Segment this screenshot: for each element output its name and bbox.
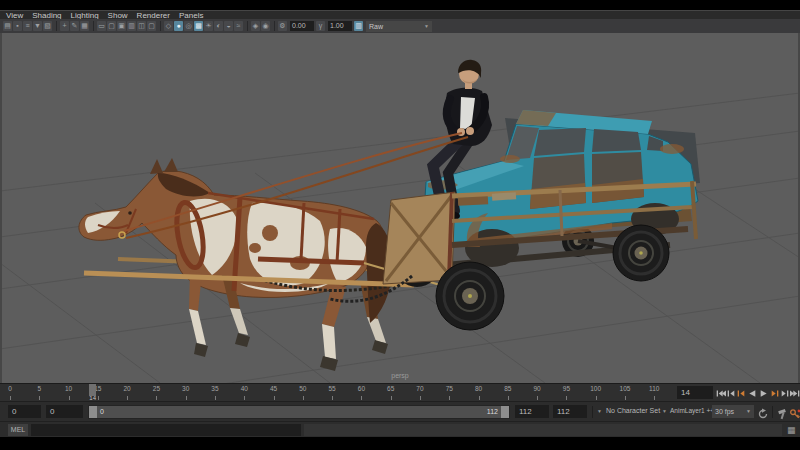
maya-window: ViewShadingLightingShowRendererPanels ▤▪… bbox=[0, 0, 800, 450]
shadows-icon[interactable]: ◐ bbox=[214, 21, 223, 31]
timeline-tick-label: 100 bbox=[590, 385, 601, 392]
gamma-icon[interactable]: γ bbox=[316, 21, 325, 31]
toolbar-separator bbox=[93, 21, 94, 31]
gamma-field[interactable]: 1.00 bbox=[328, 21, 352, 31]
step-back-key-button[interactable] bbox=[737, 387, 747, 400]
safe-title-icon[interactable]: ▢ bbox=[147, 21, 156, 31]
film-gate-icon[interactable]: ▭ bbox=[97, 21, 106, 31]
use-all-lights-icon[interactable]: ☀ bbox=[204, 21, 213, 31]
motion-blur-icon[interactable]: ≈ bbox=[234, 21, 243, 31]
go-to-end-button[interactable] bbox=[790, 387, 800, 400]
range-end-handle[interactable] bbox=[501, 406, 509, 418]
viewport-scene bbox=[0, 33, 800, 383]
step-forward-key-button[interactable] bbox=[769, 387, 779, 400]
exposure-icon[interactable]: ⚙ bbox=[278, 21, 287, 31]
fps-dropdown[interactable]: 30 fps ▼ bbox=[712, 405, 754, 418]
go-to-start-button[interactable] bbox=[716, 387, 726, 400]
current-frame-field[interactable]: 14 bbox=[677, 386, 713, 399]
timeline-tick-label: 85 bbox=[504, 385, 511, 392]
range-start-handle[interactable] bbox=[89, 406, 97, 418]
2d-pan-zoom-icon[interactable]: + bbox=[60, 21, 69, 31]
smooth-shade-icon[interactable]: ● bbox=[174, 21, 183, 31]
toolbar-separator bbox=[160, 21, 161, 31]
field-chart-icon[interactable]: ▥ bbox=[127, 21, 136, 31]
select-camera-icon[interactable]: ▤ bbox=[3, 21, 12, 31]
chevron-down-icon: ▼ bbox=[746, 405, 751, 418]
grid-icon[interactable]: ▦ bbox=[80, 21, 89, 31]
wireframe-on-shaded-icon[interactable]: ◎ bbox=[184, 21, 193, 31]
toolbar-separator bbox=[247, 21, 248, 31]
wireframe-icon[interactable]: ◇ bbox=[164, 21, 173, 31]
timeline-tick-label: 25 bbox=[153, 385, 160, 392]
camera-label: persp bbox=[2, 372, 798, 379]
panel-menu-bar: ViewShadingLightingShowRendererPanels bbox=[0, 10, 800, 19]
play-backwards-button[interactable] bbox=[748, 387, 758, 400]
character-set-label[interactable]: No Character Set bbox=[606, 407, 660, 414]
play-forwards-button[interactable] bbox=[758, 387, 768, 400]
timeline-tick-mark bbox=[332, 396, 333, 400]
image-plane-icon[interactable]: ▧ bbox=[43, 21, 52, 31]
lock-camera-icon[interactable]: ▪ bbox=[13, 21, 22, 31]
bookmarks-icon[interactable]: ▼ bbox=[33, 21, 42, 31]
command-line-results[interactable] bbox=[304, 424, 782, 436]
command-line-input[interactable] bbox=[31, 424, 301, 436]
timeline-tick-mark bbox=[420, 396, 421, 400]
animation-start-field[interactable]: 0 bbox=[8, 405, 41, 418]
timeline-tick-label: 65 bbox=[387, 385, 394, 392]
timeline-tick-mark bbox=[654, 396, 655, 400]
screen-space-ao-icon[interactable]: ◒ bbox=[224, 21, 233, 31]
exposure-field[interactable]: 0.00 bbox=[290, 21, 314, 31]
timeline-tick-label: 30 bbox=[182, 385, 189, 392]
timeline-tick-mark bbox=[39, 396, 40, 400]
step-back-frame-button[interactable] bbox=[727, 387, 737, 400]
timeline-tick-label: 40 bbox=[241, 385, 248, 392]
grease-pencil-icon[interactable]: ✎ bbox=[70, 21, 79, 31]
playback-controls bbox=[716, 386, 800, 400]
timeline-tick-mark bbox=[69, 396, 70, 400]
range-start-label: 0 bbox=[100, 406, 104, 418]
timeline-tick-mark bbox=[10, 396, 11, 400]
character-set-menu-icon[interactable]: ▼ bbox=[597, 408, 602, 414]
timeline-tick-label: 75 bbox=[446, 385, 453, 392]
playback-start-field[interactable]: 0 bbox=[46, 405, 83, 418]
timeline-tick-mark bbox=[274, 396, 275, 400]
timeline-tick-label: 70 bbox=[416, 385, 423, 392]
viewport[interactable]: persp bbox=[0, 33, 800, 383]
resolution-gate-icon[interactable]: ▢ bbox=[107, 21, 116, 31]
command-line-mode-button[interactable]: MEL bbox=[8, 424, 28, 436]
range-slider[interactable]: 0 112 bbox=[88, 405, 510, 419]
safe-action-icon[interactable]: ◫ bbox=[137, 21, 146, 31]
chevron-down-icon: ▼ bbox=[424, 21, 429, 32]
isolate-select-icon[interactable]: ◉ bbox=[261, 21, 270, 31]
timeline-tick-mark bbox=[508, 396, 509, 400]
timeline-tick-label: 110 bbox=[649, 385, 659, 392]
time-slider[interactable]: 0510152025303540455055606570758085909510… bbox=[0, 383, 800, 401]
gate-mask-icon[interactable]: ▣ bbox=[117, 21, 126, 31]
range-end-label: 112 bbox=[487, 406, 498, 418]
xray-icon[interactable]: ◈ bbox=[251, 21, 260, 31]
step-forward-frame-button[interactable] bbox=[779, 387, 789, 400]
playback-end-field[interactable]: 112 bbox=[515, 405, 549, 418]
animation-end-field[interactable]: 112 bbox=[553, 405, 587, 418]
panel-toolbar: ▤▪≡▼▧+✎▦▭▢▣▥◫▢◇●◎▩☀◐◒≈◈◉ ⚙ 0.00 γ 1.00 ▥… bbox=[0, 19, 800, 33]
color-management-icon[interactable]: ▥ bbox=[354, 21, 363, 31]
toolbar-separator bbox=[56, 21, 57, 31]
timeline-tick-label: 10 bbox=[65, 385, 72, 392]
anim-layer-menu-icon[interactable]: ▼ bbox=[662, 408, 667, 414]
timeline-tick-label: 50 bbox=[299, 385, 306, 392]
timeline-tick-mark bbox=[596, 396, 597, 400]
textured-icon[interactable]: ▩ bbox=[194, 21, 203, 31]
fps-value: 30 fps bbox=[715, 405, 734, 418]
view-transform-dropdown[interactable]: Raw ▼ bbox=[366, 21, 432, 32]
timeline-tick-label: 20 bbox=[124, 385, 131, 392]
camera-attributes-icon[interactable]: ≡ bbox=[23, 21, 32, 31]
anim-layer-label[interactable]: AnimLayer1 ++ bbox=[670, 407, 714, 414]
timeline-tick-mark bbox=[479, 396, 480, 400]
timeline-tick-mark bbox=[303, 396, 304, 400]
timeline-tick-label: 105 bbox=[620, 385, 631, 392]
timeline-tick-label: 5 bbox=[37, 385, 41, 392]
timeline-tick-label: 60 bbox=[358, 385, 365, 392]
script-editor-icon[interactable]: ▦ bbox=[787, 424, 796, 436]
timeline-tick-mark bbox=[215, 396, 216, 400]
timeline-tick-mark bbox=[98, 396, 99, 400]
